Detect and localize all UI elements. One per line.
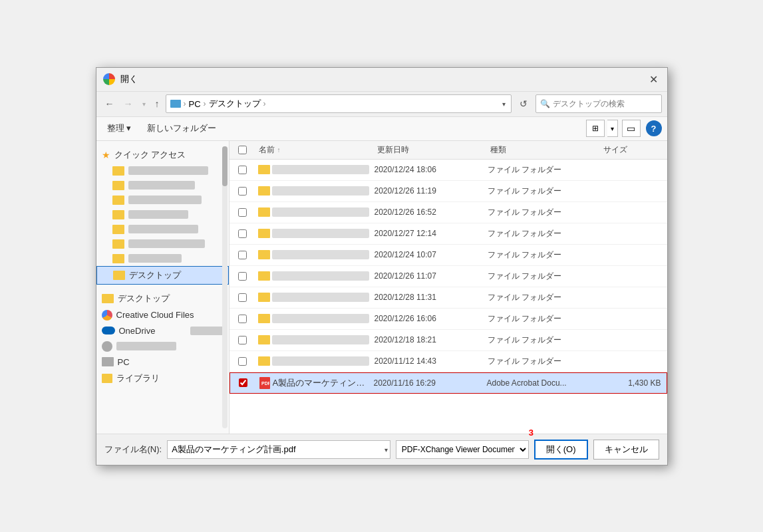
sidebar-item-library[interactable]: ライブラリ <box>96 370 229 387</box>
row-check[interactable] <box>229 187 256 196</box>
row-check[interactable] <box>229 208 256 217</box>
file-name-blurred <box>272 229 369 238</box>
row-check[interactable] <box>230 378 257 387</box>
table-row[interactable]: 2020/12/28 11:31 ファイル フォルダー <box>229 287 667 309</box>
svg-text:PDF: PDF <box>261 381 269 386</box>
up-button[interactable]: ↑ <box>152 96 163 111</box>
filetype-wrap: PDF-XChange Viewer Documen <box>396 440 529 459</box>
sidebar-pc-label: PC <box>118 357 224 367</box>
scrollbar-track[interactable] <box>222 146 228 428</box>
table-row[interactable]: 2020/12/26 16:52 ファイル フォルダー <box>229 202 667 223</box>
refresh-button[interactable]: ↺ <box>514 94 533 113</box>
view-button[interactable]: ⊞ <box>586 120 605 137</box>
address-bar[interactable]: › PC › デスクトップ › ▾ <box>166 94 512 113</box>
secondary-toolbar: 整理 ▾ 新しいフォルダー ⊞ ▾ ▭ ? <box>96 117 667 141</box>
view-dropdown-button[interactable]: ▾ <box>607 120 618 137</box>
table-row[interactable]: 2020/11/12 14:43 ファイル フォルダー <box>229 351 667 372</box>
select-all-checkbox[interactable] <box>238 146 247 154</box>
header-name[interactable]: 名前 ↑ <box>256 144 375 156</box>
sidebar-blurred-7[interactable] <box>96 251 229 266</box>
row-checkbox[interactable] <box>238 336 247 344</box>
blurred-name-2 <box>128 181 195 190</box>
row-check[interactable] <box>229 272 256 281</box>
new-folder-button[interactable]: 新しいフォルダー <box>142 120 222 136</box>
sidebar-item-desktop2[interactable]: デスクトップ <box>96 290 229 307</box>
sep2: › <box>204 99 206 108</box>
row-check[interactable] <box>229 229 256 238</box>
table-row[interactable]: 2020/12/24 10:07 ファイル フォルダー <box>229 245 667 266</box>
row-checkbox[interactable] <box>238 357 247 366</box>
row-check[interactable] <box>229 315 256 323</box>
sidebar-blurred-1[interactable] <box>96 164 229 178</box>
cancel-button[interactable]: キャンセル <box>593 440 659 460</box>
table-row[interactable]: 2020/12/26 16:06 ファイル フォルダー <box>229 309 667 330</box>
file-type: ファイル フォルダー <box>488 228 601 239</box>
panel-button[interactable]: ▭ <box>622 120 641 137</box>
table-row[interactable]: 2020/12/26 11:07 ファイル フォルダー <box>229 266 667 287</box>
table-row[interactable]: 2020/12/18 18:21 ファイル フォルダー <box>229 330 667 351</box>
address-path: › PC › デスクトップ › <box>170 98 498 110</box>
row-checkbox[interactable] <box>238 315 247 323</box>
address-dropdown-button[interactable]: ▾ <box>501 100 507 108</box>
scrollbar-thumb[interactable] <box>222 146 228 186</box>
sidebar-blurred-3[interactable] <box>96 193 229 207</box>
header-check[interactable] <box>229 146 256 154</box>
table-row[interactable]: 2020/12/27 12:14 ファイル フォルダー <box>229 223 667 245</box>
folder-icon-sm <box>112 166 124 176</box>
sort-icon: ↑ <box>277 146 281 154</box>
sidebar-blurred-2[interactable] <box>96 178 229 193</box>
back-button[interactable]: ← <box>102 96 118 111</box>
row-check[interactable] <box>229 251 256 259</box>
table-row[interactable]: 2020/12/26 11:19 ファイル フォルダー <box>229 181 667 202</box>
row-checkbox[interactable] <box>238 187 247 196</box>
search-bar[interactable]: 🔍 <box>535 94 662 113</box>
sidebar-item-onedrive[interactable]: OneDrive <box>96 323 229 338</box>
sidebar-blurred-8[interactable] <box>96 338 229 354</box>
open-button[interactable]: 開く(O) <box>534 440 588 460</box>
filetype-select[interactable]: PDF-XChange Viewer Documen <box>396 440 529 459</box>
table-row[interactable]: 2020/12/24 18:06 ファイル フォルダー <box>229 160 667 181</box>
header-type[interactable]: 種類 <box>488 144 601 156</box>
sidebar-blurred-5[interactable] <box>96 222 229 237</box>
row-check[interactable] <box>229 293 256 302</box>
forward-dropdown-button[interactable]: ▾ <box>139 98 149 110</box>
help-button[interactable]: ? <box>646 120 662 136</box>
sidebar-blurred-4[interactable] <box>96 207 229 222</box>
header-size[interactable]: サイズ <box>601 144 667 156</box>
row-checkbox[interactable] <box>238 293 247 302</box>
file-date: 2020/12/26 11:19 <box>375 186 488 196</box>
sidebar-onedrive-label: OneDrive <box>119 326 186 336</box>
folder-icon-yellow <box>258 186 270 196</box>
file-name-blurred <box>272 250 369 259</box>
table-row-selected[interactable]: PDF A製品のマーケティング計画.pdf 2020/11/16 16:29 A… <box>229 372 667 394</box>
search-input[interactable] <box>553 99 657 108</box>
sidebar-item-desktop-selected[interactable]: デスクトップ <box>96 266 229 285</box>
close-button[interactable]: ✕ <box>646 71 662 87</box>
sidebar-item-pc[interactable]: PC <box>96 354 229 370</box>
row-check[interactable] <box>229 357 256 366</box>
folder-icon-area <box>256 207 272 217</box>
row-checkbox[interactable] <box>238 272 247 281</box>
filename-dropdown-arrow: ▾ <box>384 446 388 453</box>
folder-icon-area <box>256 314 272 323</box>
row-checkbox[interactable] <box>238 251 247 259</box>
row-checkbox-checked[interactable] <box>239 378 247 387</box>
library-icon <box>102 374 112 383</box>
filename-input[interactable] <box>167 440 390 459</box>
organize-button[interactable]: 整理 ▾ <box>102 120 137 136</box>
row-check[interactable] <box>229 166 256 174</box>
folder-icon-area <box>256 165 272 174</box>
row-checkbox[interactable] <box>238 229 247 238</box>
forward-button[interactable]: → <box>120 96 136 111</box>
onedrive-blurred <box>190 327 224 335</box>
row-checkbox[interactable] <box>238 166 247 174</box>
header-date[interactable]: 更新日時 <box>375 144 488 156</box>
sidebar-item-creative-cloud[interactable]: Creative Cloud Files <box>96 307 229 323</box>
sidebar-blurred-6[interactable] <box>96 237 229 251</box>
sep1: › <box>184 99 186 108</box>
folder-icon-yellow <box>258 271 270 281</box>
row-check[interactable] <box>229 336 256 344</box>
folder-blue-icon <box>113 271 125 280</box>
file-name-blurred <box>272 207 369 217</box>
row-checkbox[interactable] <box>238 208 247 217</box>
